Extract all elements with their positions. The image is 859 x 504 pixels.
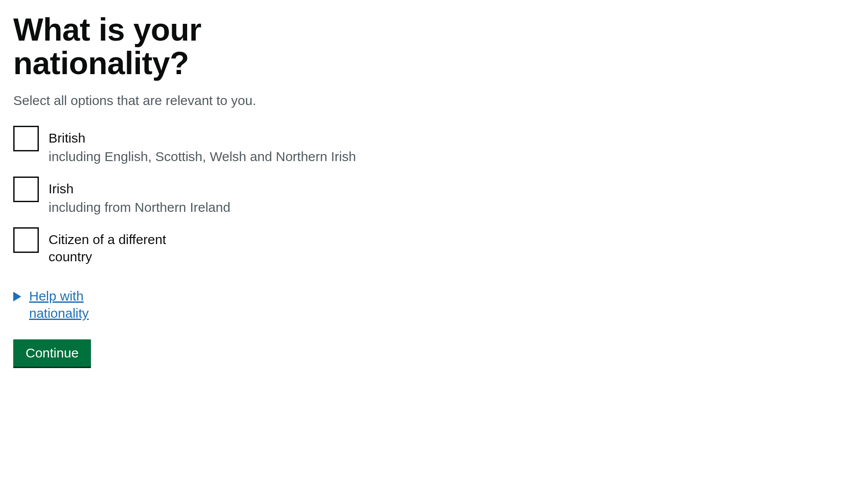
continue-button[interactable]: Continue <box>13 339 91 367</box>
details-summary-text: Help with nationality <box>29 287 109 322</box>
checkbox-label[interactable]: British <box>49 129 356 147</box>
checkbox-item-other: Citizen of a different country <box>13 227 846 265</box>
checkbox-label-wrap: Irish including from Northern Ireland <box>49 177 230 215</box>
checkbox-label[interactable]: Irish <box>49 180 230 197</box>
checkbox-british[interactable] <box>13 126 39 151</box>
checkbox-item-british: British including English, Scottish, Wel… <box>13 126 846 164</box>
page-heading: What is your nationality? <box>13 13 322 80</box>
checkbox-label-wrap: Citizen of a different country <box>49 227 172 265</box>
checkbox-label-wrap: British including English, Scottish, Wel… <box>49 126 356 164</box>
checkbox-hint: including from Northern Ireland <box>49 200 230 215</box>
disclosure-arrow-icon <box>13 292 21 301</box>
help-details-summary[interactable]: Help with nationality <box>13 287 109 322</box>
checkbox-label[interactable]: Citizen of a different country <box>49 231 172 265</box>
help-details: Help with nationality <box>13 287 846 322</box>
checkbox-hint: including English, Scottish, Welsh and N… <box>49 149 356 164</box>
checkbox-irish[interactable] <box>13 177 39 202</box>
checkbox-other-country[interactable] <box>13 227 39 253</box>
checkbox-item-irish: Irish including from Northern Ireland <box>13 177 846 215</box>
checkbox-group: British including English, Scottish, Wel… <box>13 126 846 265</box>
hint-text: Select all options that are relevant to … <box>13 93 846 108</box>
